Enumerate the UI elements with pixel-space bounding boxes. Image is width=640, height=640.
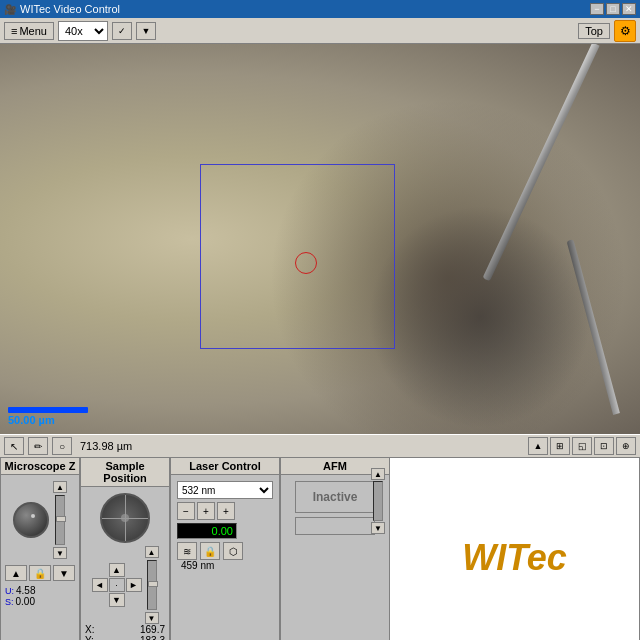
sample-content: ▲ ◄ · ► ▼ ▲ ▼ [83, 489, 167, 640]
laser-shield-icon[interactable]: ⬡ [223, 542, 243, 560]
witec-logo-w: W [462, 537, 496, 578]
nm-value: 459 nm [181, 560, 273, 571]
z-slider-down[interactable]: ▼ [53, 547, 67, 559]
circle-tool-button[interactable]: ○ [52, 437, 72, 455]
afm-slider-up[interactable]: ▲ [371, 468, 385, 480]
z-slider-area: ▲ ▼ [53, 481, 67, 559]
hamburger-icon: ≡ [11, 25, 17, 37]
menu-button[interactable]: ≡ Menu [4, 22, 54, 40]
afm-slider-down[interactable]: ▼ [371, 522, 385, 534]
microscope-z-content: ▲ ▼ ▲ 🔒 ▼ U: 4.58 S: 0.00 [1, 475, 79, 640]
laser-wave-icon[interactable]: ≋ [177, 542, 197, 560]
z-move-up[interactable]: ▲ [5, 565, 27, 581]
z-y-label: S: [5, 597, 14, 607]
knob-dot [31, 514, 35, 518]
laser-plus-button[interactable]: + [197, 502, 215, 520]
panels-top: Microscope Z ▲ ▼ ▲ 🔒 ▼ [0, 458, 640, 640]
pos-y-value: 183.3 [140, 635, 165, 640]
target-circle [295, 252, 317, 274]
magnification-select[interactable]: 10x 20x 40x 100x [58, 21, 108, 41]
top-button[interactable]: Top [578, 23, 610, 39]
sample-slider-track[interactable] [147, 560, 157, 610]
sample-stage[interactable] [100, 493, 150, 543]
toolbar-check-icon[interactable]: ✓ [112, 22, 132, 40]
sample-position-panel: Sample Position ▲ ◄ · ► [80, 458, 170, 640]
laser-lock-icon[interactable]: 🔒 [200, 542, 220, 560]
vt-icon-4[interactable]: ⊡ [594, 437, 614, 455]
laser-control-panel: Laser Control 532 nm 633 nm − + + 0.00 [170, 458, 280, 640]
witec-logo-itec: ITec [496, 537, 567, 578]
stage-crosshair-h [102, 518, 148, 519]
title-bar: 🎥 WITec Video Control − □ ✕ [0, 0, 640, 18]
z-lock[interactable]: 🔒 [29, 565, 51, 581]
nav-up-button[interactable]: ▲ [109, 563, 125, 577]
pos-x-label: X: [85, 624, 94, 635]
video-toolbar-right: ▲ ⊞ ◱ ⊡ ⊕ [528, 437, 636, 455]
sample-pos-values: X: 169.7 Y: 183.3 [85, 624, 165, 640]
settings-button[interactable]: ⚙ [614, 20, 636, 42]
microscope-z-header: Microscope Z [1, 458, 79, 475]
z-knob[interactable] [13, 502, 49, 538]
sample-position-content: ▲ ◄ · ► ▼ ▲ ▼ [81, 487, 169, 640]
laser-wavelength-select[interactable]: 532 nm 633 nm [177, 481, 273, 499]
z-x-row: U: 4.58 [5, 585, 75, 596]
z-move-down[interactable]: ▼ [53, 565, 75, 581]
nav-right-button[interactable]: ► [126, 578, 142, 592]
pencil-tool-button[interactable]: ✏ [28, 437, 48, 455]
vt-icon-2[interactable]: ⊞ [550, 437, 570, 455]
laser-wavelength-row: 532 nm 633 nm [177, 481, 273, 499]
vt-icon-5[interactable]: ⊕ [616, 437, 636, 455]
afm-inactive-display: Inactive [295, 481, 375, 513]
z-slider-up[interactable]: ▲ [53, 481, 67, 493]
menu-label: Menu [19, 25, 47, 37]
window-title: WITec Video Control [20, 3, 120, 15]
sample-slider: ▲ ▼ [145, 546, 159, 624]
nav-center-button[interactable]: · [109, 578, 125, 592]
title-bar-controls: − □ ✕ [590, 3, 636, 15]
laser-controls-row: − + + [177, 502, 273, 520]
sample-position-header: Sample Position [81, 458, 169, 487]
sample-slider-down[interactable]: ▼ [145, 612, 159, 624]
pos-x-value: 169.7 [140, 624, 165, 635]
laser-content: 532 nm 633 nm − + + 0.00 ≋ 🔒 ⬡ 459 [173, 477, 277, 575]
laser-minus-button[interactable]: − [177, 502, 195, 520]
pos-y-label: Y: [85, 635, 94, 640]
afm-slider-track[interactable] [373, 481, 383, 521]
laser-control-content: 532 nm 633 nm − + + 0.00 ≋ 🔒 ⬡ 459 [171, 475, 279, 640]
sample-slider-thumb[interactable] [148, 581, 158, 587]
nav-left-button[interactable]: ◄ [92, 578, 108, 592]
scale-bar: 50.00 µm [8, 407, 88, 426]
afm-panel: AFM Inactive ▲ ▼ [280, 458, 390, 640]
z-slider-thumb[interactable] [56, 516, 66, 522]
witec-logo: WITec [462, 537, 567, 579]
toolbar-down-icon[interactable]: ▼ [136, 22, 156, 40]
close-button[interactable]: ✕ [622, 3, 636, 15]
app-icon: 🎥 [4, 4, 16, 15]
z-slider-track[interactable] [55, 495, 65, 545]
pos-y-row: Y: 183.3 [85, 635, 165, 640]
scale-bar-text: 50.00 µm [8, 414, 88, 426]
laser-value-display: 0.00 [177, 523, 237, 539]
vt-icon-3[interactable]: ◱ [572, 437, 592, 455]
pointer-tool-button[interactable]: ↖ [4, 437, 24, 455]
laser-plus2-button[interactable]: + [217, 502, 235, 520]
measurement-value: 713.98 µm [76, 440, 136, 452]
title-bar-left: 🎥 WITec Video Control [4, 3, 120, 15]
laser-control-header: Laser Control [171, 458, 279, 475]
video-area: 50.00 µm [0, 44, 640, 434]
sample-slider-up[interactable]: ▲ [145, 546, 159, 558]
z-x-label: U: [5, 586, 14, 596]
z-values: U: 4.58 S: 0.00 [3, 583, 77, 609]
laser-value-row: 0.00 [177, 523, 273, 539]
video-toolbar: ↖ ✏ ○ 713.98 µm ▲ ⊞ ◱ ⊡ ⊕ [0, 434, 640, 458]
z-y-value: 0.00 [16, 596, 35, 607]
vt-icon-1[interactable]: ▲ [528, 437, 548, 455]
nav-down-button[interactable]: ▼ [109, 593, 125, 607]
nav-buttons: ▲ ◄ · ► ▼ [92, 563, 142, 607]
main-toolbar: ≡ Menu 10x 20x 40x 100x ✓ ▼ Top ⚙ [0, 18, 640, 44]
toolbar-right: Top ⚙ [578, 20, 636, 42]
minimize-button[interactable]: − [590, 3, 604, 15]
maximize-button[interactable]: □ [606, 3, 620, 15]
scale-bar-line [8, 407, 88, 413]
z-controls: ▲ 🔒 ▼ [3, 563, 77, 583]
